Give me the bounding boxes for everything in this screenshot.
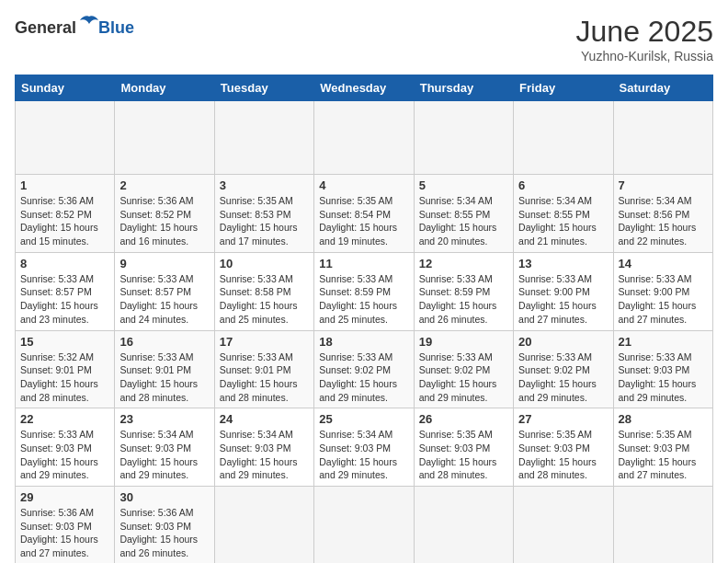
cell-info: Sunrise: 5:34 AMSunset: 9:03 PMDaylight:…: [319, 428, 408, 482]
sunrise-text: Sunrise: 5:32 AM: [20, 351, 94, 362]
sunset-text: Sunset: 9:03 PM: [419, 442, 491, 454]
day-number: 19: [419, 335, 508, 349]
weekday-header-tuesday: Tuesday: [214, 75, 313, 101]
daylight-text: Daylight: 15 hours and 21 minutes.: [518, 222, 597, 247]
calendar-cell: 1Sunrise: 5:36 AMSunset: 8:52 PMDaylight…: [16, 175, 115, 253]
logo-bird-icon: [78, 15, 100, 33]
sunset-text: Sunset: 9:00 PM: [619, 286, 690, 297]
calendar-cell: 14Sunrise: 5:33 AMSunset: 9:00 PMDayligh…: [613, 252, 712, 330]
daylight-text: Daylight: 15 hours and 29 minutes.: [319, 456, 397, 481]
sunrise-text: Sunrise: 5:33 AM: [20, 429, 94, 440]
cell-info: Sunrise: 5:35 AMSunset: 9:03 PMDaylight:…: [619, 428, 708, 482]
cell-info: Sunrise: 5:33 AMSunset: 8:57 PMDaylight:…: [20, 272, 109, 327]
day-number: 16: [119, 335, 209, 349]
calendar-cell: 20Sunrise: 5:33 AMSunset: 9:02 PMDayligh…: [514, 330, 613, 408]
month-year-title: June 2025: [576, 15, 713, 49]
sunrise-text: Sunrise: 5:35 AM: [518, 429, 592, 440]
daylight-text: Daylight: 15 hours and 17 minutes.: [220, 222, 298, 247]
sunrise-text: Sunrise: 5:33 AM: [619, 351, 692, 362]
daylight-text: Daylight: 15 hours and 28 minutes.: [220, 378, 298, 403]
calendar-cell: [613, 487, 712, 564]
day-number: 29: [20, 490, 109, 504]
day-number: 8: [20, 257, 109, 270]
calendar-cell: 6Sunrise: 5:34 AMSunset: 8:55 PMDaylight…: [514, 175, 613, 253]
sunset-text: Sunset: 8:57 PM: [20, 286, 92, 297]
day-number: 12: [419, 257, 508, 270]
sunset-text: Sunset: 9:03 PM: [20, 442, 92, 454]
daylight-text: Daylight: 15 hours and 19 minutes.: [319, 222, 397, 247]
sunrise-text: Sunrise: 5:33 AM: [619, 273, 692, 284]
sunset-text: Sunset: 8:55 PM: [419, 209, 491, 220]
day-number: 26: [419, 412, 508, 426]
calendar-cell: 29Sunrise: 5:36 AMSunset: 9:03 PMDayligh…: [16, 487, 115, 564]
calendar-cell: [214, 101, 313, 175]
sunset-text: Sunset: 9:03 PM: [20, 521, 92, 532]
daylight-text: Daylight: 15 hours and 22 minutes.: [619, 222, 697, 247]
sunrise-text: Sunrise: 5:33 AM: [518, 273, 592, 284]
sunrise-text: Sunrise: 5:34 AM: [319, 429, 392, 440]
calendar-cell: 25Sunrise: 5:34 AMSunset: 9:03 PMDayligh…: [314, 408, 414, 487]
cell-info: Sunrise: 5:32 AMSunset: 9:01 PMDaylight:…: [20, 350, 109, 405]
daylight-text: Daylight: 15 hours and 29 minutes.: [319, 378, 397, 403]
sunrise-text: Sunrise: 5:33 AM: [119, 273, 193, 284]
calendar-cell: 26Sunrise: 5:35 AMSunset: 9:03 PMDayligh…: [414, 408, 513, 487]
cell-info: Sunrise: 5:33 AMSunset: 9:00 PMDaylight:…: [518, 272, 608, 327]
daylight-text: Daylight: 15 hours and 28 minutes.: [419, 456, 497, 481]
day-number: 5: [419, 178, 508, 192]
header: GeneralBlue June 2025 Yuzhno-Kurilsk, Ru…: [15, 15, 713, 63]
calendar-cell: [514, 101, 613, 175]
calendar-cell: 9Sunrise: 5:33 AMSunset: 8:57 PMDaylight…: [115, 252, 214, 330]
calendar-cell: 2Sunrise: 5:36 AMSunset: 8:52 PMDaylight…: [115, 175, 214, 253]
calendar-table: SundayMondayTuesdayWednesdayThursdayFrid…: [15, 75, 713, 563]
sunrise-text: Sunrise: 5:36 AM: [20, 195, 94, 206]
cell-info: Sunrise: 5:33 AMSunset: 9:00 PMDaylight:…: [619, 272, 708, 327]
sunset-text: Sunset: 8:53 PM: [220, 209, 291, 220]
sunset-text: Sunset: 8:57 PM: [119, 286, 191, 297]
day-number: 13: [518, 257, 608, 270]
sunrise-text: Sunrise: 5:34 AM: [518, 195, 592, 206]
calendar-cell: 24Sunrise: 5:34 AMSunset: 9:03 PMDayligh…: [214, 408, 313, 487]
sunset-text: Sunset: 8:59 PM: [419, 286, 491, 297]
daylight-text: Daylight: 15 hours and 15 minutes.: [20, 222, 98, 247]
day-number: 11: [319, 257, 408, 270]
sunrise-text: Sunrise: 5:33 AM: [419, 273, 493, 284]
day-number: 2: [119, 178, 209, 192]
calendar-cell: [214, 487, 313, 564]
sunset-text: Sunset: 9:01 PM: [119, 364, 191, 375]
sunrise-text: Sunrise: 5:33 AM: [319, 351, 392, 362]
location-subtitle: Yuzhno-Kurilsk, Russia: [576, 49, 713, 63]
calendar-cell: 16Sunrise: 5:33 AMSunset: 9:01 PMDayligh…: [115, 330, 214, 408]
cell-info: Sunrise: 5:36 AMSunset: 8:52 PMDaylight:…: [20, 194, 109, 248]
day-number: 14: [619, 257, 708, 270]
sunrise-text: Sunrise: 5:33 AM: [220, 273, 293, 284]
sunrise-text: Sunrise: 5:33 AM: [319, 273, 392, 284]
calendar-cell: 17Sunrise: 5:33 AMSunset: 9:01 PMDayligh…: [214, 330, 313, 408]
day-number: 22: [20, 412, 109, 426]
daylight-text: Daylight: 15 hours and 27 minutes.: [619, 300, 697, 325]
day-number: 28: [619, 412, 708, 426]
daylight-text: Daylight: 15 hours and 25 minutes.: [220, 300, 298, 325]
calendar-cell: [414, 101, 513, 175]
weekday-header-sunday: Sunday: [16, 75, 115, 101]
logo-general-text: GeneralBlue: [15, 15, 134, 38]
daylight-text: Daylight: 15 hours and 27 minutes.: [619, 456, 697, 481]
sunset-text: Sunset: 9:03 PM: [319, 442, 391, 454]
calendar-cell: 21Sunrise: 5:33 AMSunset: 9:03 PMDayligh…: [613, 330, 712, 408]
day-number: 15: [20, 335, 109, 349]
calendar-week-row: 1Sunrise: 5:36 AMSunset: 8:52 PMDaylight…: [16, 175, 713, 253]
cell-info: Sunrise: 5:33 AMSunset: 8:59 PMDaylight:…: [419, 272, 508, 327]
cell-info: Sunrise: 5:33 AMSunset: 9:02 PMDaylight:…: [518, 350, 608, 405]
sunrise-text: Sunrise: 5:33 AM: [419, 351, 493, 362]
sunset-text: Sunset: 8:52 PM: [119, 209, 191, 220]
sunrise-text: Sunrise: 5:33 AM: [119, 351, 193, 362]
daylight-text: Daylight: 15 hours and 23 minutes.: [20, 300, 98, 325]
calendar-cell: 28Sunrise: 5:35 AMSunset: 9:03 PMDayligh…: [613, 408, 712, 487]
calendar-cell: 12Sunrise: 5:33 AMSunset: 8:59 PMDayligh…: [414, 252, 513, 330]
cell-info: Sunrise: 5:33 AMSunset: 9:03 PMDaylight:…: [20, 428, 109, 482]
sunset-text: Sunset: 8:54 PM: [319, 209, 391, 220]
day-number: 18: [319, 335, 408, 349]
sunset-text: Sunset: 9:01 PM: [20, 364, 92, 375]
day-number: 3: [220, 178, 309, 192]
daylight-text: Daylight: 15 hours and 28 minutes.: [20, 378, 98, 403]
calendar-cell: [115, 101, 214, 175]
